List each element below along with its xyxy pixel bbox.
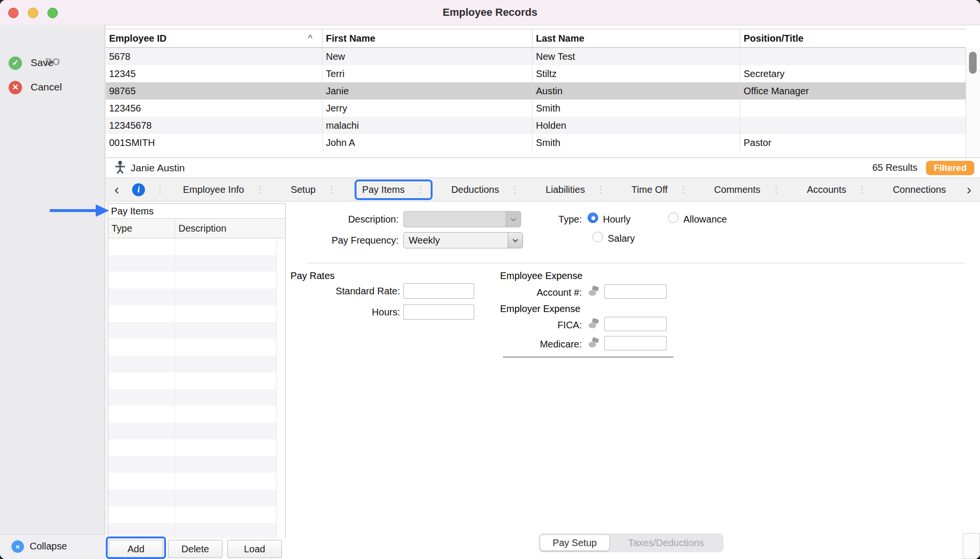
load-button[interactable]: Load <box>227 540 282 558</box>
scrollbar-corner <box>963 533 980 559</box>
filtered-badge[interactable]: Filtered <box>926 161 974 175</box>
cell-first-name: malachi <box>323 117 533 134</box>
pay-setup-segment[interactable]: Pay Setup <box>540 535 610 551</box>
lookup-icon[interactable] <box>588 318 600 331</box>
tab-separator: ⋮ <box>327 184 336 195</box>
tab-setup[interactable]: Setup ⋮ <box>283 179 343 200</box>
titlebar: Employee Records <box>0 0 980 25</box>
cell-last-name: Smith <box>533 134 740 151</box>
cell-employee-id: 12345678 <box>106 117 323 134</box>
column-header-first-name[interactable]: First Name <box>323 29 533 47</box>
medicare-input[interactable] <box>604 336 667 350</box>
cell-last-name: Austin <box>533 82 740 100</box>
fica-label: FICA: <box>501 320 582 331</box>
lookup-icon[interactable] <box>588 337 600 350</box>
bottom-segmented-control: Pay Setup Taxes/Deductions <box>539 533 724 552</box>
cell-employee-id: 001SMITH <box>106 134 323 151</box>
pay-items-buttons: Add Delete Load <box>109 540 282 558</box>
cell-position <box>740 100 966 117</box>
tab-time-off[interactable]: Time Off ⋮ <box>624 179 696 200</box>
cell-employee-id: 123456 <box>106 100 323 117</box>
tab-deductions[interactable]: Deductions ⋮ <box>444 179 527 200</box>
description-dropdown[interactable] <box>403 211 521 227</box>
cell-first-name: Terri <box>323 65 533 82</box>
tab-scroll-right-icon[interactable]: › <box>965 182 973 197</box>
cell-position <box>740 117 966 134</box>
collapse-label: Collapse <box>30 541 67 552</box>
cell-last-name: Smith <box>533 100 740 117</box>
cell-position: Pastor <box>740 134 966 151</box>
tab-liabilities[interactable]: Liabilities ⋮ <box>538 179 612 200</box>
tab-separator: ⋮ <box>256 184 264 195</box>
account-number-input[interactable] <box>604 284 667 299</box>
tab-label: Employee Info <box>183 184 244 195</box>
allowance-radio[interactable] <box>668 212 679 223</box>
cancel-label: Cancel <box>31 81 62 93</box>
cancel-x-icon: ✕ <box>9 81 22 94</box>
save-button[interactable]: ✓ Save <box>0 56 105 71</box>
cell-last-name: Holden <box>533 117 740 134</box>
employee-id-header-label: Employee ID <box>109 33 167 44</box>
pay-frequency-dropdown[interactable]: Weekly <box>403 232 523 248</box>
expense-section-underline <box>503 357 673 358</box>
cell-position <box>740 48 966 65</box>
tab-scroll-left-icon[interactable]: ‹ <box>112 182 121 197</box>
record-bar: Janie Austin 65 Results Filtered <box>106 158 980 178</box>
pay-rates-heading: Pay Rates <box>290 270 334 281</box>
tab-employee-info[interactable]: Employee Info ⋮ <box>175 179 272 200</box>
table-row-selected[interactable]: 98765 Janie Austin Office Manager <box>106 82 966 100</box>
tab-pay-items[interactable]: Pay Items ⋮ <box>355 179 433 200</box>
table-scrollbar-track[interactable] <box>966 48 980 157</box>
tab-separator: ⋮ <box>772 184 780 195</box>
cell-first-name: New <box>323 48 533 65</box>
hours-input[interactable] <box>403 304 474 320</box>
save-check-icon: ✓ <box>9 56 22 70</box>
salary-radio[interactable] <box>592 232 603 242</box>
tab-bar: ‹ i ⋮ Employee Info ⋮ Setup ⋮ Pay Items … <box>106 178 980 201</box>
cell-position: Secretary <box>740 65 966 82</box>
standard-rate-input[interactable] <box>403 283 474 299</box>
lookup-icon[interactable] <box>588 285 600 299</box>
tab-accounts[interactable]: Accounts ⋮ <box>799 179 874 200</box>
table-row[interactable]: 123456 Jerry Smith <box>106 100 966 117</box>
pay-items-list[interactable] <box>108 238 285 538</box>
tab-label: Liabilities <box>546 184 585 195</box>
sidebar-bottom-bar: « Collapse <box>0 534 105 559</box>
taxes-deductions-segment[interactable]: Taxes/Deductions <box>610 535 723 551</box>
results-count: 65 Results <box>872 162 918 173</box>
cell-employee-id: 98765 <box>106 82 323 100</box>
cell-first-name: John A <box>323 134 533 151</box>
tab-connections[interactable]: Connections <box>885 179 954 200</box>
collapse-button[interactable]: « Collapse <box>0 535 105 559</box>
fica-input[interactable] <box>604 317 667 331</box>
tab-label: Deductions <box>451 184 499 195</box>
table-row[interactable]: 12345678 malachi Holden <box>106 117 966 134</box>
salary-label: Salary <box>608 233 635 244</box>
employee-table-header: Employee ID ^ First Name Last Name Posit… <box>106 29 966 48</box>
table-row[interactable]: 12345 Terri Stiltz Secretary <box>106 65 966 82</box>
column-header-description[interactable]: Description <box>178 219 226 238</box>
table-scrollbar-thumb[interactable] <box>969 52 977 74</box>
table-row[interactable]: 5678 New New Test <box>106 48 966 65</box>
tab-label: Connections <box>893 184 946 195</box>
employee-table-body: 5678 New New Test 12345 Terri Stiltz Sec… <box>106 48 966 151</box>
cell-last-name: Stiltz <box>533 65 740 82</box>
column-header-last-name[interactable]: Last Name <box>533 29 740 47</box>
column-header-employee-id[interactable]: Employee ID ^ <box>106 29 323 47</box>
sidebar: DO ✓ Save ✕ Cancel « Collapse <box>0 25 105 559</box>
cancel-button[interactable]: ✕ Cancel <box>0 81 105 95</box>
table-row[interactable]: 001SMITH John A Smith Pastor <box>106 134 966 151</box>
column-header-type[interactable]: Type <box>111 219 132 238</box>
add-button[interactable]: Add <box>109 540 163 558</box>
section-divider <box>306 263 966 263</box>
tab-label: Accounts <box>807 184 846 195</box>
sort-ascending-icon: ^ <box>308 29 312 47</box>
info-icon[interactable]: i <box>132 183 145 196</box>
type-label: Type: <box>517 214 582 225</box>
column-header-position-title[interactable]: Position/Title <box>740 29 966 47</box>
delete-button[interactable]: Delete <box>168 540 223 558</box>
pay-items-scrollbar-track[interactable] <box>276 238 285 538</box>
hourly-radio[interactable] <box>588 212 598 223</box>
person-icon <box>114 160 126 176</box>
tab-comments[interactable]: Comments ⋮ <box>706 179 788 200</box>
